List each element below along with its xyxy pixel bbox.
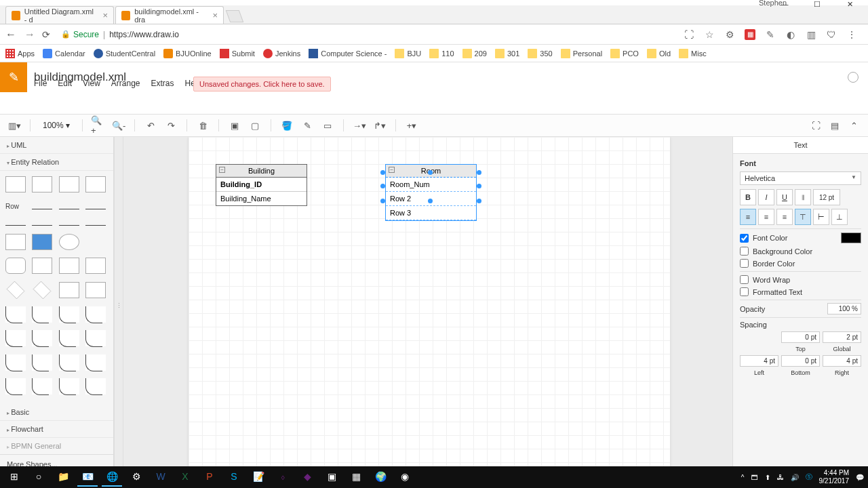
spacing-top-input[interactable]: 0 pt xyxy=(781,331,820,343)
font-color-checkbox[interactable] xyxy=(740,234,749,243)
connection-button[interactable]: →▾ xyxy=(352,118,367,133)
category-entity-relation[interactable]: Entity Relation xyxy=(0,154,113,171)
selection-handle[interactable] xyxy=(477,170,481,175)
menu-extras[interactable]: Extras xyxy=(151,79,174,88)
valign-middle-button[interactable]: ⊢ xyxy=(813,209,829,225)
shape-conn-12[interactable] xyxy=(85,354,106,371)
line-button[interactable]: ✎ xyxy=(300,118,315,133)
vs-icon[interactable]: ⬨ xyxy=(273,468,293,487)
font-color-swatch[interactable] xyxy=(841,232,861,243)
ext-icon-3[interactable]: ◐ xyxy=(785,29,796,40)
zoom-level[interactable]: 100% ▾ xyxy=(39,121,74,130)
canvas-area[interactable]: ⋮ − Building Building_ID Building_Name −… xyxy=(114,137,732,474)
category-flowchart[interactable]: Flowchart xyxy=(0,421,113,438)
collapse-icon[interactable]: − xyxy=(219,167,225,173)
spacing-left-input[interactable]: 4 pt xyxy=(740,355,778,367)
app-icon[interactable]: ⚙ xyxy=(126,468,146,487)
spacing-bottom-input[interactable]: 0 pt xyxy=(781,355,820,367)
excel-icon[interactable]: X xyxy=(175,468,195,487)
menu-view[interactable]: View xyxy=(83,79,100,88)
font-size-input[interactable]: 12 pt xyxy=(813,189,840,205)
menu-edit[interactable]: Edit xyxy=(58,79,72,88)
spacing-global-input[interactable]: 2 pt xyxy=(823,331,861,343)
word-wrap-checkbox[interactable] xyxy=(740,275,749,284)
menu-arrange[interactable]: Arrange xyxy=(111,79,140,88)
to-front-button[interactable]: ▣ xyxy=(227,118,242,133)
shape-entity-2[interactable] xyxy=(32,234,52,250)
tray-icon[interactable]: ⬆ xyxy=(765,474,770,481)
shape-rel-1[interactable] xyxy=(7,281,25,300)
notepad-icon[interactable]: 📝 xyxy=(248,468,269,487)
fullscreen-button[interactable]: ⛶ xyxy=(808,118,823,133)
bm-student[interactable]: StudentCentral xyxy=(94,49,155,58)
entity-row[interactable]: Row 3 xyxy=(386,206,476,220)
shape-conn-4[interactable] xyxy=(85,306,106,323)
shape-conn-7[interactable] xyxy=(59,330,79,346)
shape-conn-10[interactable] xyxy=(32,354,52,371)
tray-skype-icon[interactable]: ⓢ xyxy=(806,472,812,482)
reload-button[interactable]: ⟳ xyxy=(42,29,50,40)
to-back-button[interactable]: ▢ xyxy=(248,118,262,133)
bm-cs[interactable]: Computer Science - xyxy=(309,49,387,58)
shape-table-2[interactable] xyxy=(32,176,52,192)
url-field[interactable]: 🔒 Secure | https://www.draw.io xyxy=(57,30,677,39)
entity-row[interactable]: Building_ID xyxy=(216,178,307,192)
valign-bottom-button[interactable]: ⊥ xyxy=(831,209,848,225)
bm-bju[interactable]: BJU xyxy=(395,49,421,58)
browser-tab-0[interactable]: Untitled Diagram.xml - d × xyxy=(5,6,114,24)
window-maximize[interactable]: ☐ xyxy=(807,0,827,9)
zoom-in-button[interactable]: 🔍+ xyxy=(91,118,106,133)
shape-divider-4[interactable] xyxy=(85,225,106,226)
shape-row-1[interactable] xyxy=(32,209,52,209)
shape-conn-14[interactable] xyxy=(32,378,52,394)
tray-icon[interactable]: ^ xyxy=(741,474,745,481)
new-tab-button[interactable] xyxy=(226,10,244,22)
shape-divider-2[interactable] xyxy=(32,225,52,226)
bm-calendar[interactable]: Calendar xyxy=(43,49,85,58)
align-right-button[interactable]: ≡ xyxy=(776,209,793,225)
shape-divider-1[interactable] xyxy=(5,225,26,226)
category-uml[interactable]: UML xyxy=(0,137,113,154)
globe-icon[interactable]: 🌍 xyxy=(370,468,391,487)
category-bpmn[interactable]: BPMN General xyxy=(0,438,113,454)
notifications-icon[interactable]: 💬 xyxy=(856,474,864,481)
start-button[interactable]: ⊞ xyxy=(4,468,24,487)
shadow-button[interactable]: ▭ xyxy=(320,118,335,133)
shape-conn-6[interactable] xyxy=(32,330,52,346)
system-clock[interactable]: 4:44 PM 9/21/2017 xyxy=(819,469,850,485)
shape-entity-1[interactable] xyxy=(5,234,26,250)
shape-row-3[interactable] xyxy=(85,209,106,209)
collapse-button[interactable]: ⌃ xyxy=(846,118,861,133)
category-basic[interactable]: Basic xyxy=(0,404,113,421)
window-minimize[interactable]: — xyxy=(774,0,795,9)
bm-209[interactable]: 209 xyxy=(462,49,487,58)
ext-icon-red[interactable]: ▦ xyxy=(745,29,755,40)
shape-conn-15[interactable] xyxy=(59,378,79,394)
shape-weak-1[interactable] xyxy=(5,258,26,274)
shape-note-2[interactable] xyxy=(85,282,106,298)
shape-conn-5[interactable] xyxy=(5,330,26,346)
shape-conn-2[interactable] xyxy=(32,306,52,323)
bm-submit[interactable]: Submit xyxy=(220,49,255,58)
skype-icon[interactable]: S xyxy=(224,468,244,487)
window-close[interactable]: ✕ xyxy=(840,0,860,9)
align-left-button[interactable]: ≡ xyxy=(740,209,756,225)
shape-divider-3[interactable] xyxy=(59,225,79,226)
redo-button[interactable]: ↷ xyxy=(163,118,178,133)
bm-301[interactable]: 301 xyxy=(495,49,519,58)
drawio-logo[interactable]: ✎ xyxy=(0,62,27,92)
formatted-checkbox[interactable] xyxy=(740,287,749,296)
bm-apps[interactable]: Apps xyxy=(5,49,35,58)
selection-handle[interactable] xyxy=(477,199,481,203)
star-icon[interactable]: ☆ xyxy=(704,29,715,40)
calc-icon[interactable]: ▦ xyxy=(346,468,366,487)
shape-weak-3[interactable] xyxy=(59,258,79,274)
shape-conn-8[interactable] xyxy=(85,330,106,346)
close-icon[interactable]: × xyxy=(212,10,218,20)
browser-tab-1[interactable]: buildingmodel.xml - dra × xyxy=(115,6,224,24)
back-button[interactable]: ← xyxy=(5,28,16,41)
selection-handle[interactable] xyxy=(380,199,385,203)
tray-icon[interactable]: 🗔 xyxy=(751,474,758,481)
fill-button[interactable]: 🪣 xyxy=(279,118,294,133)
opacity-input[interactable]: 100 % xyxy=(827,303,861,314)
